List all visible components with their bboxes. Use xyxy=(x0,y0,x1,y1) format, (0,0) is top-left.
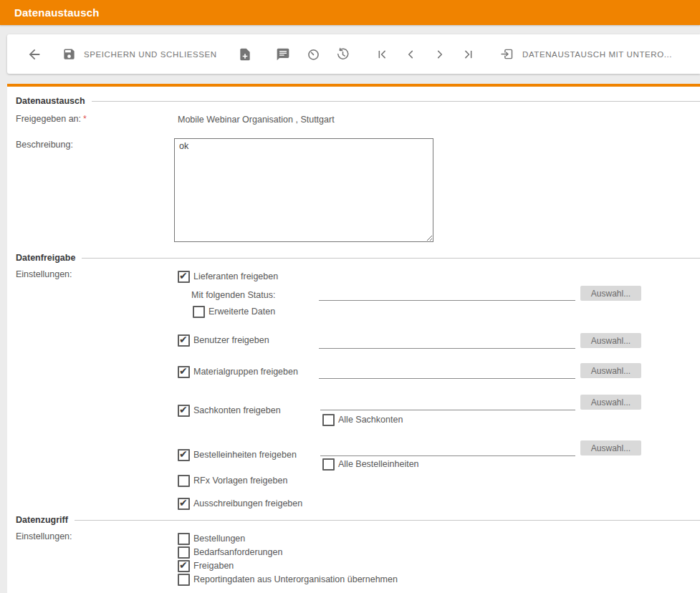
history-icon xyxy=(335,47,350,62)
datenzugriff-einstellungen-label: Einstellungen: xyxy=(16,531,72,541)
section-rule xyxy=(92,101,700,102)
checkbox-bestelleinheiten-label: Bestelleinheiten freigeben xyxy=(193,450,297,460)
status-auswahl-button[interactable]: Auswahl... xyxy=(580,286,641,301)
mit-folgenden-status-label: Mit folgenden Status: xyxy=(191,290,275,300)
page-title: Datenaustausch xyxy=(0,0,100,25)
beschreibung-label: Beschreibung: xyxy=(16,140,73,150)
checkbox-lieferanten-label: Lieferanten freigeben xyxy=(193,271,278,281)
checkbox-lieferanten-freigeben[interactable] xyxy=(178,271,190,283)
sachkonten-input[interactable] xyxy=(320,399,575,410)
datenfreigabe-einstellungen-label: Einstellungen: xyxy=(16,269,72,279)
checkbox-materialgruppen-label: Materialgruppen freigeben xyxy=(193,367,298,377)
last-record-button[interactable] xyxy=(461,34,476,74)
materialgruppen-auswahl-button[interactable]: Auswahl... xyxy=(580,363,641,378)
checkbox-materialgruppen-freigeben[interactable] xyxy=(178,366,190,378)
section-datenzugriff-title: Datenzugriff xyxy=(16,515,68,525)
checkbox-alle-sachkonten[interactable] xyxy=(322,414,335,426)
materialgruppen-input[interactable] xyxy=(319,367,575,379)
checkbox-alle-bestelleinheiten[interactable] xyxy=(322,458,335,471)
new-document-button[interactable] xyxy=(238,34,252,74)
suborg-exchange-label: DATENAUSTAUSCH MIT UNTERO... xyxy=(522,50,672,59)
app-header: Datenaustausch xyxy=(0,0,700,25)
sachkonten-auswahl-button[interactable]: Auswahl... xyxy=(580,395,641,410)
section-datenzugriff-header: Datenzugriff xyxy=(16,514,700,526)
checkbox-benutzer-label: Benutzer freigeben xyxy=(193,335,269,345)
checkbox-sachkonten-label: Sachkonten freigeben xyxy=(193,405,281,415)
next-record-button[interactable] xyxy=(432,34,448,74)
checkbox-ausschreibungen-freigeben[interactable] xyxy=(178,498,190,510)
timer-icon xyxy=(306,47,321,62)
checkbox-reportingdaten[interactable] xyxy=(178,574,190,586)
previous-record-button[interactable] xyxy=(403,34,418,74)
section-rule xyxy=(82,258,700,259)
note-add-icon xyxy=(238,47,252,62)
arrow-left-icon xyxy=(27,47,42,62)
freigegeben-an-label: Freigegeben an:* xyxy=(16,114,87,124)
last-page-icon xyxy=(461,47,476,62)
checkbox-bestellungen[interactable] xyxy=(178,533,190,545)
chevron-left-icon xyxy=(403,47,418,62)
comment-icon xyxy=(276,47,290,62)
checkbox-reportingdaten-label: Reportingdaten aus Unterorganisation übe… xyxy=(193,574,398,584)
chevron-right-icon xyxy=(432,47,448,62)
checkbox-sachkonten-freigeben[interactable] xyxy=(178,405,190,417)
save-and-close-button[interactable]: SPEICHERN UND SCHLIESSEN xyxy=(62,34,217,74)
bestelleinheiten-input[interactable] xyxy=(320,445,575,456)
checkbox-freigaben-label: Freigaben xyxy=(193,561,234,571)
first-page-icon xyxy=(374,47,390,62)
first-record-button[interactable] xyxy=(374,34,390,74)
checkbox-rfx-vorlagen-label: RFx Vorlagen freigeben xyxy=(193,476,287,486)
timer-button[interactable] xyxy=(306,34,321,74)
checkbox-alle-bestelleinheiten-label: Alle Bestelleinheiten xyxy=(338,459,419,469)
checkbox-bestelleinheiten-freigeben[interactable] xyxy=(178,449,190,461)
status-input[interactable] xyxy=(319,289,575,301)
exit-to-app-icon xyxy=(499,47,514,62)
checkbox-freigaben[interactable] xyxy=(178,560,190,572)
save-icon xyxy=(62,47,76,61)
section-datenaustausch-header: Datenaustausch xyxy=(16,95,700,107)
checkbox-alle-sachkonten-label: Alle Sachkonten xyxy=(338,415,403,425)
back-button[interactable] xyxy=(27,34,42,74)
freigegeben-an-value: Mobile Webinar Organisation , Stuttgart xyxy=(178,115,335,125)
checkbox-bedarfsanforderungen[interactable] xyxy=(178,546,190,559)
checkbox-erweiterte-daten[interactable] xyxy=(193,306,205,318)
comments-button[interactable] xyxy=(276,34,290,74)
beschreibung-textarea[interactable]: ok xyxy=(174,138,433,242)
required-marker: * xyxy=(83,114,87,124)
suborg-exchange-button[interactable]: DATENAUSTAUSCH MIT UNTERO... xyxy=(499,34,672,74)
benutzer-auswahl-button[interactable]: Auswahl... xyxy=(580,333,641,348)
checkbox-bestellungen-label: Bestellungen xyxy=(193,534,245,544)
checkbox-rfx-vorlagen-freigeben[interactable] xyxy=(178,475,190,487)
checkbox-benutzer-freigeben[interactable] xyxy=(178,334,190,347)
toolbar: SPEICHERN UND SCHLIESSEN DATENAUSTAUSCH … xyxy=(7,34,700,74)
checkbox-ausschreibungen-label: Ausschreibungen freigeben xyxy=(193,498,302,508)
section-datenfreigabe-header: Datenfreigabe xyxy=(16,252,700,264)
checkbox-bedarfsanforderungen-label: Bedarfsanforderungen xyxy=(193,547,282,557)
section-datenaustausch-title: Datenaustausch xyxy=(16,96,85,106)
save-and-close-label: SPEICHERN UND SCHLIESSEN xyxy=(84,50,217,59)
section-rule xyxy=(75,520,700,521)
checkbox-erweiterte-daten-label: Erweiterte Daten xyxy=(208,307,275,317)
section-datenfreigabe-title: Datenfreigabe xyxy=(16,253,75,263)
content-panel: Datenaustausch Freigegeben an:* Mobile W… xyxy=(7,87,700,593)
bestelleinheiten-auswahl-button[interactable]: Auswahl... xyxy=(580,440,641,455)
benutzer-input[interactable] xyxy=(319,337,575,349)
history-button[interactable] xyxy=(335,34,350,74)
